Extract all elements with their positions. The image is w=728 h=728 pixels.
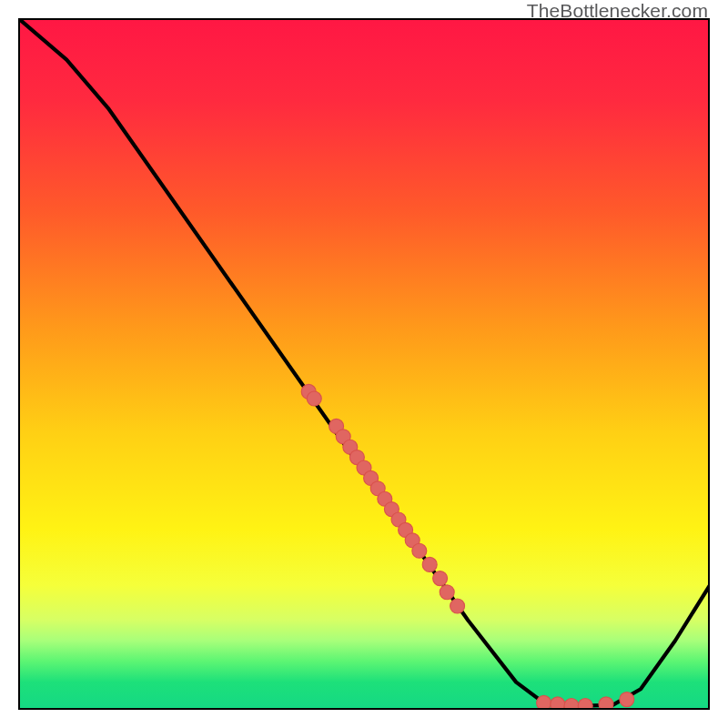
data-point [307,391,321,406]
data-points [301,384,634,710]
bottleneck-curve [18,18,710,706]
data-point [564,698,579,710]
data-point [422,557,437,571]
data-point [599,697,613,710]
data-point [412,543,427,558]
plot-area [18,18,710,710]
data-point [450,599,465,613]
data-point [440,585,454,600]
data-point [537,695,551,710]
data-point [551,697,565,710]
chart-svg [18,18,710,710]
chart-container: TheBottlenecker.com [0,0,728,728]
data-point [433,571,448,586]
data-point [578,698,592,710]
data-point [620,693,634,707]
